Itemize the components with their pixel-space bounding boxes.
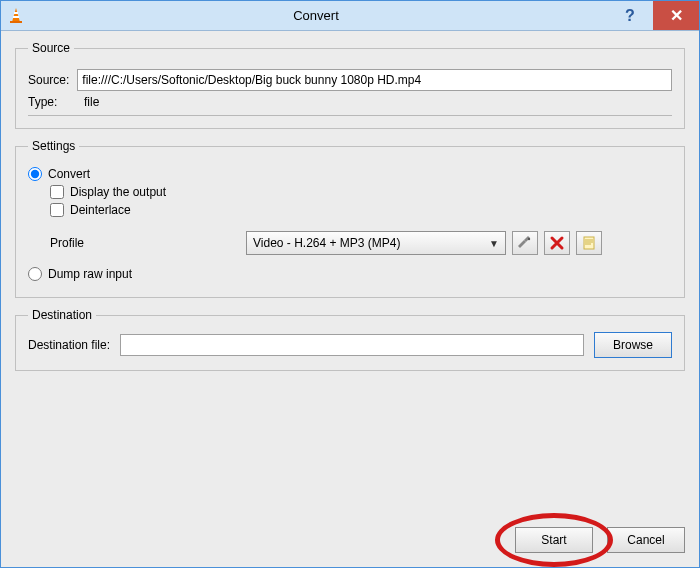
source-legend: Source	[28, 41, 74, 55]
profile-select[interactable]: Video - H.264 + MP3 (MP4) ▼	[246, 231, 506, 255]
delete-x-icon	[549, 235, 565, 251]
titlebar-buttons: ? ✕	[607, 1, 699, 30]
type-value: file	[82, 95, 99, 109]
convert-radio-label: Convert	[48, 167, 90, 181]
start-button[interactable]: Start	[515, 527, 593, 553]
display-output-checkbox[interactable]: Display the output	[50, 185, 672, 199]
browse-button[interactable]: Browse	[594, 332, 672, 358]
source-divider	[28, 115, 672, 116]
source-label: Source:	[28, 73, 69, 87]
svg-rect-2	[13, 16, 19, 18]
cancel-button[interactable]: Cancel	[607, 527, 685, 553]
deinterlace-checkbox[interactable]: Deinterlace	[50, 203, 672, 217]
destination-group: Destination Destination file: Browse	[15, 308, 685, 371]
close-button[interactable]: ✕	[653, 1, 699, 30]
convert-radio-input[interactable]	[28, 167, 42, 181]
dump-raw-label: Dump raw input	[48, 267, 132, 281]
vlc-cone-icon	[7, 7, 25, 25]
titlebar: Convert ? ✕	[1, 1, 699, 31]
help-button[interactable]: ?	[607, 1, 653, 30]
source-group: Source Source: Type: file	[15, 41, 685, 129]
dump-raw-radio-input[interactable]	[28, 267, 42, 281]
edit-profile-button[interactable]	[512, 231, 538, 255]
settings-group: Settings Convert Display the output Dein…	[15, 139, 685, 298]
display-output-label: Display the output	[70, 185, 166, 199]
destination-legend: Destination	[28, 308, 96, 322]
close-icon: ✕	[670, 6, 683, 25]
wrench-icon	[517, 235, 533, 251]
display-output-checkbox-input[interactable]	[50, 185, 64, 199]
dialog-body: Source Source: Type: file Settings Conve…	[1, 31, 699, 519]
dump-raw-radio[interactable]: Dump raw input	[28, 267, 672, 281]
deinterlace-checkbox-input[interactable]	[50, 203, 64, 217]
new-document-icon	[581, 235, 597, 251]
svg-rect-5	[584, 237, 594, 249]
destination-file-label: Destination file:	[28, 338, 110, 352]
destination-file-input[interactable]	[120, 334, 584, 356]
convert-dialog: Convert ? ✕ Source Source: Type: file Se…	[0, 0, 700, 568]
svg-rect-3	[10, 21, 22, 23]
svg-point-4	[528, 238, 530, 240]
source-input[interactable]	[77, 69, 672, 91]
svg-rect-1	[14, 12, 18, 14]
svg-marker-0	[12, 8, 20, 22]
profile-selected-value: Video - H.264 + MP3 (MP4)	[253, 236, 401, 250]
dialog-footer: Start Cancel	[1, 519, 699, 567]
type-label: Type:	[28, 95, 74, 109]
new-profile-button[interactable]	[576, 231, 602, 255]
window-title: Convert	[25, 8, 607, 23]
profile-label: Profile	[50, 236, 240, 250]
settings-legend: Settings	[28, 139, 79, 153]
convert-radio[interactable]: Convert	[28, 167, 672, 181]
deinterlace-label: Deinterlace	[70, 203, 131, 217]
chevron-down-icon: ▼	[489, 238, 499, 249]
delete-profile-button[interactable]	[544, 231, 570, 255]
